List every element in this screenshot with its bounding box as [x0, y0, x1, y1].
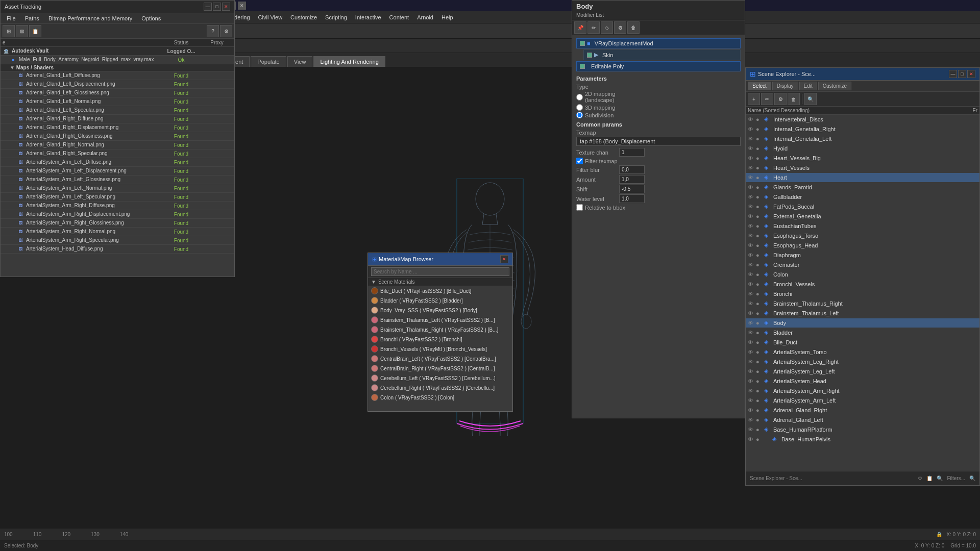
se-minimize-btn[interactable]: —	[949, 70, 957, 78]
mat-row-item[interactable]: Brainstem_Thalamus_Right ( VRayFastSSS2 …	[368, 325, 512, 335]
mat-row-item[interactable]: Bile_Duct ( VRayFastSSS2 ) [Bile_Duct]	[368, 286, 512, 296]
mat-row-item[interactable]: Cerebellum_Left ( VRayFastSSS2 ) [Cerebe…	[368, 373, 512, 383]
se-eye-icon[interactable]: 👁	[748, 291, 754, 297]
se-item-row[interactable]: 👁 ● ◈ FatPods_Buccal	[746, 202, 979, 212]
asset-file-row[interactable]: 🖼ArterialSystem_Arm_Right_Diffuse.pngFou…	[1, 202, 234, 210]
asset-file-row[interactable]: 🖼ArterialSystem_Arm_Right_Specular.pngFo…	[1, 236, 234, 245]
mod-editable-poly[interactable]: Editable Poly	[576, 61, 741, 71]
se-eye-icon[interactable]: 👁	[748, 155, 754, 161]
se-eye-icon[interactable]: 👁	[748, 116, 754, 122]
asset-file-row[interactable]: 🖼Adrenal_Gland_Right_Specular.pngFound	[1, 149, 234, 158]
asset-maximize-btn[interactable]: □	[213, 3, 221, 11]
asset-cfg-btn[interactable]: ⚙	[220, 25, 232, 37]
asset-file-row[interactable]: 🖼ArterialSystem_Arm_Left_Diffuse.pngFoun…	[1, 158, 234, 167]
type-2d-radio[interactable]	[576, 94, 583, 101]
menu-item-customize[interactable]: Customize	[286, 13, 321, 21]
asset-file-row[interactable]: 🖼Adrenal_Gland_Left_Glossiness.pngFound	[1, 89, 234, 97]
prop-pin-btn[interactable]: 📌	[574, 21, 586, 34]
se-eye-icon[interactable]: 👁	[748, 242, 754, 248]
se-item-row[interactable]: 👁 ● ◈ Bladder	[746, 328, 979, 338]
asset-file-row[interactable]: 🖼Adrenal_Gland_Left_Specular.pngFound	[1, 106, 234, 115]
tab-lighting-and-rendering[interactable]: Lighting And Rendering	[313, 56, 385, 67]
se-eye-icon[interactable]: 👁	[748, 359, 754, 365]
prop-shapes-btn[interactable]: ◇	[601, 21, 613, 34]
se-render-icon[interactable]: ●	[756, 165, 762, 171]
se-render-icon[interactable]: ●	[756, 233, 762, 239]
se-tab-customize[interactable]: Customize	[818, 82, 851, 90]
asset-tb3[interactable]: 📋	[29, 25, 41, 37]
se-eye-icon[interactable]: 👁	[748, 349, 754, 355]
se-render-icon[interactable]: ●	[756, 310, 762, 316]
se-item-row[interactable]: 👁 ● ◈ Heart_Vessels_Big	[746, 154, 979, 163]
prop-del-btn[interactable]: 🗑	[627, 21, 640, 34]
se-item-list[interactable]: 👁 ● ◈ Intervertebral_Discs 👁 ● ◈ Interna…	[746, 115, 979, 441]
se-eye-icon[interactable]: 👁	[748, 407, 754, 413]
se-eye-icon[interactable]: 👁	[748, 174, 754, 181]
se-item-row[interactable]: 👁 ● ◈ Esophagus_Torso	[746, 231, 979, 241]
se-item-row[interactable]: 👁 ● ◈ EustachianTubes	[746, 221, 979, 231]
se-render-icon[interactable]: ●	[756, 300, 762, 307]
texchan-input[interactable]	[619, 148, 645, 157]
se-eye-icon[interactable]: 👁	[748, 378, 754, 384]
se-render-icon[interactable]: ●	[756, 339, 762, 345]
se-close-btn[interactable]: ✕	[967, 70, 975, 78]
se-add-btn[interactable]: +	[748, 93, 760, 105]
asset-file-row[interactable]: 🖼Adrenal_Gland_Right_Normal.pngFound	[1, 141, 234, 149]
se-item-row[interactable]: 👁 ● ◈ Heart	[746, 173, 979, 183]
asset-file-row[interactable]: 🖼Adrenal_Gland_Left_Displacement.pngFoun…	[1, 80, 234, 89]
se-item-row[interactable]: 👁 ● ◈ Base_HumanRPlatform	[746, 425, 979, 435]
se-item-row[interactable]: 👁 ● ◈ Esophagus_Head	[746, 241, 979, 251]
se-tab-display[interactable]: Display	[772, 82, 798, 90]
se-eye-icon[interactable]: 👁	[748, 233, 754, 239]
asset-file-row[interactable]: 🖼ArterialSystem_Head_Diffuse.pngFound	[1, 245, 234, 254]
menu-item-civil-view[interactable]: Civil View	[254, 13, 286, 21]
asset-tb2[interactable]: ⊠	[16, 25, 28, 37]
se-render-icon[interactable]: ●	[756, 271, 762, 278]
se-item-row[interactable]: 👁 ● ◈ Brainstem_Thalamus_Left	[746, 309, 979, 318]
se-eye-icon[interactable]: 👁	[748, 417, 754, 423]
se-item-row[interactable]: 👁 ● ◈ Bile_Duct	[746, 338, 979, 347]
se-item-row[interactable]: 👁 ● ◈ Intervertebral_Discs	[746, 115, 979, 124]
asset-file-row[interactable]: 🖼Adrenal_Gland_Right_Displacement.pngFou…	[1, 123, 234, 132]
mat-row-item[interactable]: Bronchi ( VRayFastSSS2 ) [Bronchi]	[368, 335, 512, 344]
se-item-row[interactable]: 👁 ● ◈ External_Genetalia	[746, 212, 979, 221]
asset-file-row[interactable]: 🖼Adrenal_Gland_Left_Diffuse.pngFound	[1, 71, 234, 80]
asset-table-body[interactable]: 🏦Autodesk VaultLogged O...■Male_Full_Bod…	[1, 47, 234, 277]
se-eye-icon[interactable]: 👁	[748, 388, 754, 394]
mat-close-btn[interactable]: ✕	[500, 255, 508, 263]
se-render-icon[interactable]: ●	[756, 126, 762, 132]
asset-vault-row[interactable]: 🏦Autodesk VaultLogged O...	[1, 47, 234, 56]
se-item-row[interactable]: 👁 ● ◈ Brainstem_Thalamus_Right	[746, 299, 979, 309]
se-item-row[interactable]: 👁 ● ◈ Diaphragm	[746, 251, 979, 260]
se-item-row[interactable]: 👁 ● ◈ Internal_Genetalia_Left	[746, 134, 979, 144]
se-delete-btn[interactable]: 🗑	[788, 93, 800, 105]
se-item-row[interactable]: 👁 ● ◈ Hyoid	[746, 144, 979, 154]
menu-item-help[interactable]: Help	[437, 13, 457, 21]
se-edit-btn[interactable]: ✏	[761, 93, 773, 105]
se-eye-icon[interactable]: 👁	[748, 223, 754, 229]
se-eye-icon[interactable]: 👁	[748, 339, 754, 345]
se-eye-icon[interactable]: 👁	[748, 204, 754, 210]
prop-edit-btn[interactable]: ✏	[587, 21, 600, 34]
se-render-icon[interactable]: ●	[756, 397, 762, 404]
type-subdiv-radio[interactable]	[576, 112, 583, 118]
mat-row-item[interactable]: Cerebellum_Right ( VRayFastSSS2 ) [Cereb…	[368, 383, 512, 393]
tab-view[interactable]: View	[287, 56, 313, 67]
se-item-row[interactable]: 👁 ● ◈ ArterialSystem_Leg_Left	[746, 367, 979, 377]
se-render-icon[interactable]: ●	[756, 262, 762, 268]
se-eye-icon[interactable]: 👁	[748, 397, 754, 404]
mod-active-check2[interactable]	[587, 53, 592, 58]
mod-active-check[interactable]	[580, 41, 585, 46]
filter-blur-input[interactable]	[619, 165, 645, 174]
mat-row-item[interactable]: Colon ( VRayFastSSS2 ) [Colon]	[368, 393, 512, 403]
asset-close-btn[interactable]: ✕	[222, 3, 230, 11]
se-render-icon[interactable]: ●	[756, 194, 762, 200]
asset-minimize-btn[interactable]: —	[204, 3, 212, 11]
se-eye-icon[interactable]: 👁	[748, 300, 754, 307]
mat-row-item[interactable]: CentralBrain_Right ( VRayFastSSS2 ) [Cen…	[368, 364, 512, 373]
asset-menu-options[interactable]: Options	[137, 14, 165, 22]
se-eye-icon[interactable]: 👁	[748, 252, 754, 258]
se-item-row[interactable]: 👁 ● ◈ ArterialSystem_Leg_Right	[746, 357, 979, 367]
se-eye-icon[interactable]: 👁	[748, 184, 754, 190]
asset-file-row[interactable]: 🖼ArterialSystem_Arm_Left_Displacement.pn…	[1, 167, 234, 176]
